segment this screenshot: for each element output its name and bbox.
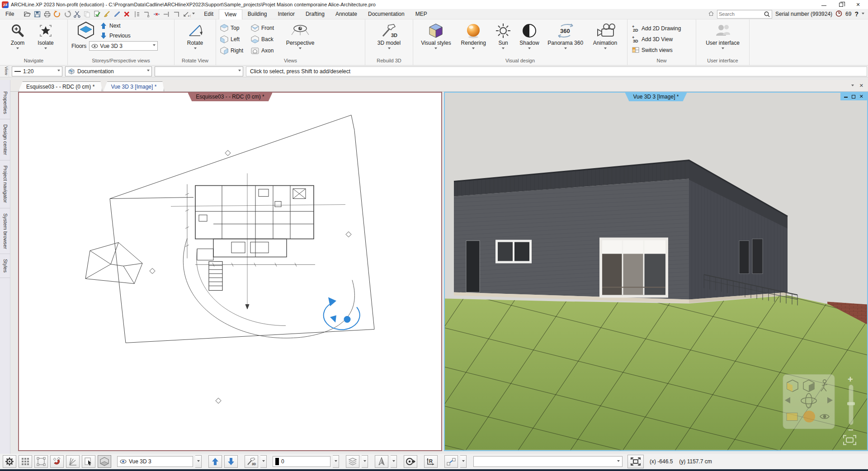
menu-building[interactable]: Building xyxy=(242,9,273,19)
toolbar-grip[interactable]: View xyxy=(0,66,9,77)
relative-coords-button[interactable]: R xyxy=(424,455,438,468)
doc-tab-plan[interactable]: Esquisse03 - - RDC (0 cm) * xyxy=(19,81,102,91)
rendering-caret-icon[interactable] xyxy=(472,47,475,51)
add-3d-view-button[interactable]: +3D Add 3D View xyxy=(632,35,692,44)
perspective-button[interactable]: Perspective xyxy=(281,21,319,57)
add-2d-drawing-button[interactable]: +2D Add 2D Drawing xyxy=(632,24,692,33)
sidebar-item-design-center[interactable]: Design center xyxy=(0,119,10,160)
shadow-caret-icon[interactable] xyxy=(528,47,531,51)
help-button[interactable]: ? xyxy=(854,10,859,18)
style-combo[interactable] xyxy=(155,66,243,76)
help-caret-icon[interactable] xyxy=(862,13,864,16)
minimize-button[interactable] xyxy=(821,3,826,6)
sidebar-item-properties[interactable]: Properties xyxy=(0,86,10,119)
undo-icon[interactable] xyxy=(53,10,61,19)
menu-interior[interactable]: Interior xyxy=(273,9,300,19)
isolate-caret-icon[interactable] xyxy=(44,47,47,51)
zoom-caret-icon[interactable] xyxy=(16,47,19,51)
sun-caret-icon[interactable] xyxy=(502,47,505,51)
bottom-view-combo-caret[interactable] xyxy=(195,455,202,468)
offset-icon[interactable] xyxy=(132,10,141,19)
rendering-button[interactable]: Rendering xyxy=(456,21,491,57)
tab-close-icon[interactable]: ✕ xyxy=(859,83,863,89)
mode-caret-icon[interactable] xyxy=(147,70,150,73)
storey-down-button[interactable] xyxy=(224,455,238,468)
brush-icon[interactable] xyxy=(103,10,111,19)
snap-button[interactable] xyxy=(50,455,64,468)
menu-annotate[interactable]: Annotate xyxy=(330,9,363,19)
viewport-3d[interactable]: Vue 3D 3 [Image] * ✕ xyxy=(444,92,868,451)
viewport-2d-title[interactable]: Esquisse03 - - RDC (0 cm) * xyxy=(188,93,272,101)
quick-access-caret-icon[interactable] xyxy=(192,13,195,16)
cut-icon[interactable] xyxy=(73,10,81,19)
rotate-button[interactable]: Rotate xyxy=(181,21,209,57)
redo-icon[interactable] xyxy=(63,10,71,19)
rotate-caret-icon[interactable] xyxy=(194,47,197,51)
combo-caret-icon[interactable] xyxy=(153,44,156,47)
3d-model-button[interactable]: 3D 3D model xyxy=(371,21,407,57)
switch-views-button[interactable]: Switch views xyxy=(632,46,692,55)
user-interface-button[interactable]: User interface xyxy=(702,21,744,57)
input-combo-caret[interactable] xyxy=(617,460,620,463)
pen-color-caret[interactable] xyxy=(333,455,339,468)
corner-join-icon[interactable] xyxy=(172,10,181,19)
pen-color-combo[interactable]: 0 xyxy=(273,456,330,467)
search-input[interactable] xyxy=(719,11,764,17)
view-right-button[interactable]: Right xyxy=(220,45,248,56)
storey-up-button[interactable] xyxy=(208,455,222,468)
trim-icon[interactable] xyxy=(162,10,171,19)
doc-tab-3d[interactable]: Vue 3D 3 [Image] * xyxy=(103,81,164,91)
visual-styles-button[interactable]: Visual styles xyxy=(417,21,454,57)
menu-mep[interactable]: MEP xyxy=(410,9,433,19)
previous-storey-button[interactable]: Previous xyxy=(100,31,131,41)
search-icon[interactable] xyxy=(764,11,770,18)
view-top-button[interactable]: Top xyxy=(220,22,248,33)
menu-edit[interactable]: Edit xyxy=(198,9,219,19)
view-back-button[interactable]: Back xyxy=(250,33,278,45)
pen-icon[interactable] xyxy=(113,10,121,19)
scale-caret-icon[interactable] xyxy=(57,70,60,73)
segment-input-button[interactable] xyxy=(444,455,458,468)
style-caret-icon[interactable] xyxy=(238,70,241,73)
viewport-3d-title[interactable]: Vue 3D 3 [Image] * xyxy=(625,93,687,101)
viewport-minimize-icon[interactable] xyxy=(844,95,848,98)
3d-model-caret-icon[interactable] xyxy=(388,47,391,51)
nav-render-sphere-icon[interactable] xyxy=(803,411,815,423)
visual-styles-caret-icon[interactable] xyxy=(434,47,437,51)
shadow-button[interactable]: Shadow xyxy=(515,21,543,57)
north-arrow-caret[interactable] xyxy=(391,455,397,468)
perspective-caret-icon[interactable] xyxy=(299,47,302,51)
close-button[interactable]: ✕ xyxy=(855,2,861,7)
paste-icon[interactable] xyxy=(93,10,101,19)
sidebar-item-styles[interactable]: Styles xyxy=(0,254,10,278)
menu-file[interactable]: File xyxy=(0,9,19,19)
tab-list-caret-icon[interactable] xyxy=(851,85,854,88)
restore-button[interactable] xyxy=(839,3,843,7)
rotation-mode-button[interactable] xyxy=(404,455,417,468)
rebuild-3d-caret[interactable] xyxy=(260,455,267,468)
layers-button[interactable] xyxy=(346,455,359,468)
view-left-button[interactable]: Left xyxy=(220,33,248,45)
move-node-icon[interactable] xyxy=(142,10,151,19)
next-storey-button[interactable]: Next xyxy=(100,21,131,31)
floors-button[interactable] xyxy=(71,21,100,41)
user-interface-caret-icon[interactable] xyxy=(722,47,724,51)
north-arrow-button[interactable] xyxy=(375,455,388,468)
bottom-view-combo[interactable]: Vue 3D 3 xyxy=(117,456,193,467)
delete-icon[interactable] xyxy=(123,10,131,19)
zoom-extents-button[interactable] xyxy=(627,455,644,468)
select-tool-button[interactable] xyxy=(82,455,95,468)
print-icon[interactable] xyxy=(43,10,52,19)
scale-combo[interactable]: 1:20 xyxy=(12,66,62,76)
animation-button[interactable]: Animation xyxy=(588,21,623,57)
view-axon-button[interactable]: Axon xyxy=(250,45,278,56)
panorama-360-button[interactable]: 360 Panorama 360 xyxy=(545,21,586,57)
segment-caret[interactable] xyxy=(460,455,467,468)
storey-view-combo[interactable]: Vue 3D 3 xyxy=(89,41,158,51)
workplane-button[interactable] xyxy=(98,455,111,468)
view-front-button[interactable]: Front xyxy=(250,22,278,33)
menu-documentation[interactable]: Documentation xyxy=(363,9,410,19)
floor-plan-canvas[interactable] xyxy=(19,93,441,450)
viewport-2d-plan[interactable]: Esquisse03 - - RDC (0 cm) * xyxy=(18,92,442,451)
rebuild-3d-button[interactable]: 3D xyxy=(245,455,258,468)
